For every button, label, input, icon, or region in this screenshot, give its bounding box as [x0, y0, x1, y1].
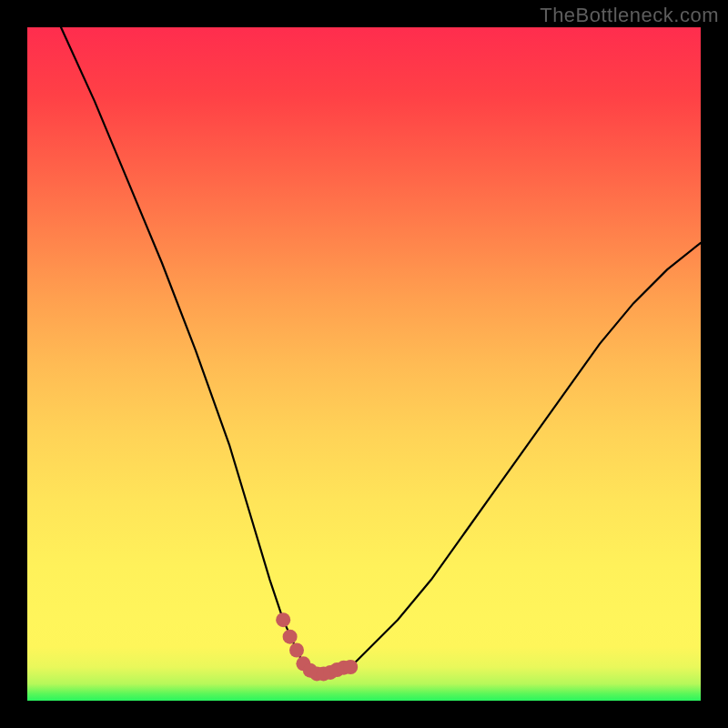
sweet-spot-marker [283, 630, 298, 644]
plot-area [27, 27, 701, 701]
watermark-text: TheBottleneck.com [540, 4, 719, 27]
sweet-spot-marker [289, 643, 304, 658]
chart-frame: TheBottleneck.com [0, 0, 728, 728]
sweet-spot-markers [276, 612, 358, 681]
curve-line [61, 27, 701, 673]
sweet-spot-marker [343, 660, 358, 674]
sweet-spot-marker [276, 612, 290, 627]
bottleneck-curve [27, 27, 701, 701]
